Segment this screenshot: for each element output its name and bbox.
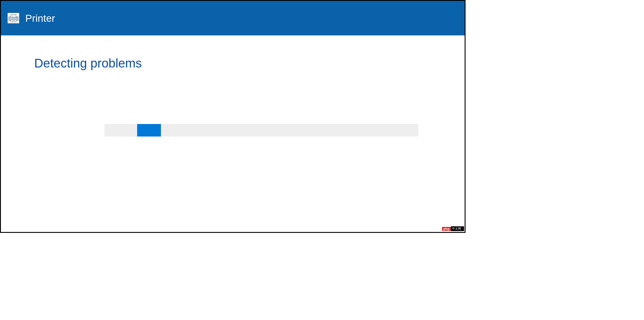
titlebar: Printer — [1, 1, 465, 35]
titlebar-label: Printer — [25, 12, 55, 24]
watermark-logo-red: php — [442, 227, 451, 231]
progress-fill — [137, 124, 161, 137]
content-area: Detecting problems — [1, 35, 465, 232]
svg-rect-1 — [11, 15, 16, 17]
printer-icon — [7, 13, 19, 23]
troubleshooter-window: Printer Detecting problems php 中文网 — [0, 0, 466, 233]
svg-point-5 — [17, 18, 17, 18]
watermark: php 中文网 — [442, 226, 464, 231]
page-heading: Detecting problems — [34, 56, 142, 70]
progress-bar — [104, 124, 418, 137]
watermark-logo-black: 中文网 — [451, 226, 464, 231]
svg-rect-2 — [11, 20, 16, 22]
